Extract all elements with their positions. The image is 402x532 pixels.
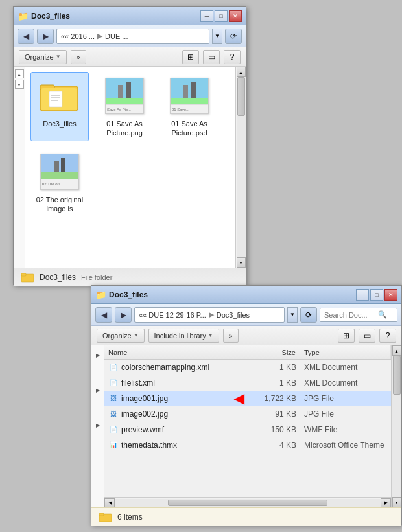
file-name-0: 📄 colorschemamapping.xml: [104, 360, 248, 375]
file-type-2: JPG File: [300, 391, 391, 406]
scroll-down-btn-1[interactable]: ▼: [237, 257, 246, 268]
scroll-thumb-1[interactable]: [237, 77, 245, 116]
window-icon-2: 📁: [95, 290, 106, 300]
svg-rect-3: [49, 91, 62, 107]
icon-img-01png: Save As Pic...: [104, 75, 145, 117]
close-button-1[interactable]: ✕: [229, 10, 242, 22]
file-name-1: 📄 filelist.xml: [104, 375, 248, 390]
address-bar-1[interactable]: «« 2016 ... ▶ DUE ...: [56, 29, 209, 44]
expand-arrow-bot[interactable]: ▶: [93, 421, 102, 430]
scroll-up-btn-2[interactable]: ▲: [392, 345, 401, 356]
search-box-2[interactable]: 🔍: [320, 308, 397, 322]
expand-arrow-top[interactable]: ▶: [93, 351, 102, 360]
scroll-right-btn-2[interactable]: ▶: [381, 498, 391, 507]
close-button-2[interactable]: ✕: [384, 289, 397, 301]
file-row-1[interactable]: 📄 filelist.xml 1 KB XML Document: [104, 375, 391, 391]
scrollbar-v-2: ▲ ▼: [391, 345, 401, 507]
file-icon-wmf-4: 📄: [108, 424, 119, 435]
scroll-thumb-h-2[interactable]: [168, 500, 327, 506]
scroll-thumb-2[interactable]: [393, 356, 401, 395]
window-title-2: Doc3_files: [109, 290, 356, 299]
pane-button-2[interactable]: ▭: [359, 329, 375, 343]
file-row-4[interactable]: 📄 preview.wmf 150 KB WMF File: [104, 422, 391, 437]
scroll-track-2[interactable]: [392, 356, 401, 497]
file-row-5[interactable]: 📊 themedata.thmx 4 KB Microsoft Office T…: [104, 437, 391, 453]
col-header-name[interactable]: Name: [104, 345, 248, 359]
forward-button-1[interactable]: ▶: [37, 29, 54, 44]
col-header-size[interactable]: Size: [248, 345, 300, 359]
sidebar-arrow-up-1[interactable]: ▲: [15, 69, 24, 78]
file-icon-xml-1: 📄: [108, 378, 119, 388]
minimize-button-2[interactable]: ─: [356, 289, 369, 301]
more-button-1[interactable]: »: [71, 50, 86, 64]
file-row-2[interactable]: 🖼 image001.jpg 1,722 KB JPG File ◀: [104, 391, 391, 406]
scroll-track-h-2[interactable]: [115, 499, 381, 507]
file-row-3[interactable]: 🖼 image002.jpg 91 KB JPG File: [104, 406, 391, 422]
window-explorer-1: 📁 Doc3_files ─ □ ✕ ◀ ▶ «« 2016 ... ▶ DUE…: [13, 6, 246, 285]
organize-dropdown-arrow-2: ▼: [134, 332, 139, 338]
status-count-2: 6 items: [117, 513, 143, 522]
sidebar-arrow-down-1[interactable]: ▼: [15, 80, 24, 89]
file-label-doc3files: Doc3_files: [43, 119, 76, 128]
status-name-1: Doc3_files: [40, 273, 76, 282]
w2-sidebar: ▶ ▶ ▶: [91, 345, 104, 507]
folder-svg: [40, 80, 79, 112]
path-part-w2-1: «« DUE 12-29-16 P...: [139, 311, 206, 319]
address-dropdown-1[interactable]: ▼: [212, 29, 222, 44]
file-type-1: XML Document: [300, 375, 391, 390]
file-name-2: 🖼 image001.jpg: [104, 391, 248, 406]
thumb-01png: Save As Pic...: [105, 78, 144, 114]
more-button-2[interactable]: »: [223, 329, 239, 343]
toolbar-2: Organize ▼ Include in library ▼ » ⊞ ▭ ?: [91, 326, 401, 345]
content-area-1: Doc3_files Save As Pic...: [25, 67, 235, 268]
scroll-down-btn-2[interactable]: ▼: [392, 497, 401, 507]
icon-grid-1: Doc3_files Save As Pic...: [25, 67, 235, 222]
expand-arrow-mid[interactable]: ▶: [93, 386, 102, 395]
file-name-4: 📄 preview.wmf: [104, 422, 248, 437]
organize-button-1[interactable]: Organize ▼: [19, 50, 67, 64]
list-area: Name Size Type 📄 colorschemamapping.xml …: [104, 345, 391, 507]
maximize-button-1[interactable]: □: [215, 10, 228, 22]
file-icon-01psd[interactable]: 01 Save... 01 Save As Picture.psd: [160, 72, 219, 141]
file-size-1: 1 KB: [248, 375, 300, 390]
search-input-2[interactable]: [324, 311, 376, 319]
folder-icon-status-2: [99, 512, 112, 522]
nav-bar-2: ◀ ▶ «« DUE 12-29-16 P... ▶ Doc3_files ▼ …: [91, 304, 401, 326]
pane-button-1[interactable]: ▭: [203, 50, 220, 64]
organize-button-2[interactable]: Organize ▼: [97, 329, 145, 343]
file-icon-doc3files[interactable]: Doc3_files: [30, 72, 89, 141]
titlebar-1: 📁 Doc3_files ─ □ ✕: [14, 7, 246, 25]
help-button-1[interactable]: ?: [224, 50, 241, 64]
scroll-track-1[interactable]: [237, 77, 246, 257]
path-part-2: DUE ...: [105, 32, 128, 40]
minimize-button-1[interactable]: ─: [200, 10, 213, 22]
address-dropdown-2[interactable]: ▼: [287, 307, 298, 323]
help-button-2[interactable]: ?: [379, 329, 396, 343]
folder-info-2: 6 items: [91, 507, 401, 526]
file-row-0[interactable]: 📄 colorschemamapping.xml 1 KB XML Docume…: [104, 360, 391, 375]
col-header-type[interactable]: Type: [300, 345, 391, 359]
view-button-1[interactable]: ⊞: [182, 50, 199, 64]
file-size-0: 1 KB: [248, 360, 300, 375]
include-library-button-2[interactable]: Include in library ▼: [148, 329, 219, 343]
address-bar-2[interactable]: «« DUE 12-29-16 P... ▶ Doc3_files: [134, 307, 285, 323]
scroll-up-btn-1[interactable]: ▲: [237, 67, 246, 77]
thumb-02original: 02 The ori...: [40, 154, 79, 190]
maximize-button-2[interactable]: □: [370, 289, 383, 301]
refresh-button-2[interactable]: ⟳: [300, 307, 317, 323]
file-icon-01png[interactable]: Save As Pic... 01 Save As Picture.png: [95, 72, 154, 141]
refresh-button-1[interactable]: ⟳: [225, 29, 242, 44]
forward-button-2[interactable]: ▶: [115, 307, 132, 323]
titlebar-2: 📁 Doc3_files ─ □ ✕: [91, 286, 401, 304]
back-button-2[interactable]: ◀: [95, 307, 112, 323]
nav-bar-1: ◀ ▶ «« 2016 ... ▶ DUE ... ▼ ⟳: [14, 25, 246, 47]
organize-dropdown-arrow-1: ▼: [56, 54, 61, 60]
file-icon-02original[interactable]: 02 The ori... 02 The original image is: [30, 148, 89, 217]
view-button-2[interactable]: ⊞: [338, 329, 355, 343]
path-part-w2-2: Doc3_files: [217, 311, 250, 319]
status-type-1: File folder: [81, 273, 112, 281]
file-size-2: 1,722 KB: [248, 391, 300, 406]
back-button-1[interactable]: ◀: [18, 29, 34, 44]
scroll-left-btn-2[interactable]: ◀: [104, 498, 115, 507]
path-sep-w2: ▶: [209, 310, 214, 319]
